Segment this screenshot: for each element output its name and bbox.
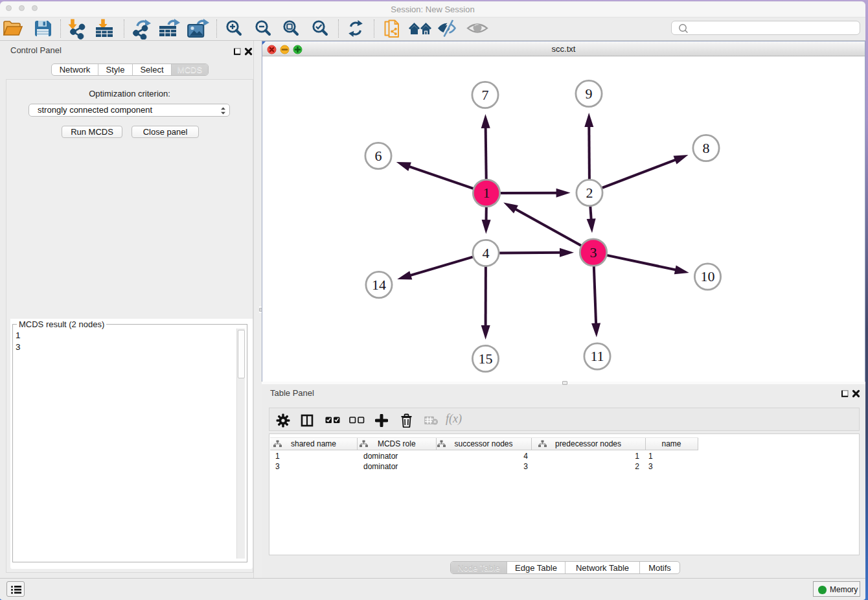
svg-text:10: 10 [701, 268, 715, 284]
svg-text:4: 4 [483, 245, 490, 261]
svg-text:7: 7 [482, 87, 489, 103]
svg-text:6: 6 [375, 148, 382, 164]
svg-text:1: 1 [483, 185, 490, 201]
svg-text:8: 8 [703, 140, 710, 156]
svg-text:3: 3 [590, 244, 597, 260]
svg-text:15: 15 [479, 351, 493, 367]
svg-text:14: 14 [372, 277, 386, 293]
svg-text:9: 9 [586, 86, 593, 102]
svg-text:2: 2 [586, 185, 593, 201]
svg-text:11: 11 [590, 348, 604, 364]
